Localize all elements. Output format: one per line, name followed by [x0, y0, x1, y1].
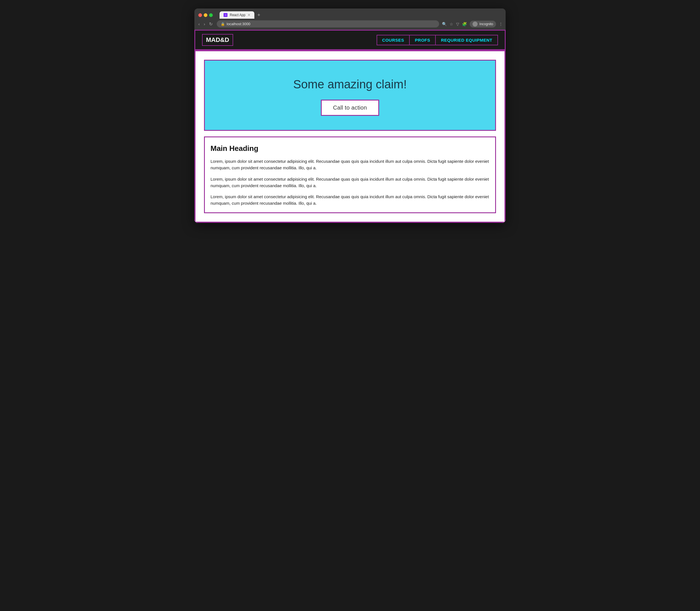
tab-close-button[interactable]: ✕ [247, 13, 250, 17]
main-heading: Main Heading [211, 144, 489, 153]
new-tab-button[interactable]: + [256, 12, 262, 18]
browser-actions: 🔍 ☆ ▽ 🧩 Incognito ⋮ [442, 21, 503, 28]
browser-controls: ⚛ React App ✕ + [198, 11, 502, 19]
active-tab[interactable]: ⚛ React App ✕ [219, 11, 254, 19]
incognito-avatar [472, 21, 477, 27]
nav-links: COURSES PROFS REQURIED EQUIPMENT [377, 35, 498, 45]
lock-icon: 🔒 [221, 22, 225, 26]
nav-equipment[interactable]: REQURIED EQUIPMENT [436, 35, 498, 45]
maximize-dot[interactable] [209, 13, 213, 17]
forward-button[interactable]: › [202, 21, 206, 27]
navbar: MAD&D COURSES PROFS REQURIED EQUIPMENT [194, 30, 506, 50]
nav-profs[interactable]: PROFS [410, 35, 436, 45]
tab-title: React App [230, 13, 245, 17]
cta-button[interactable]: Call to action [321, 100, 379, 116]
back-button[interactable]: ‹ [197, 21, 201, 27]
cast-icon[interactable]: ▽ [456, 22, 459, 26]
address-bar-row: ‹ › ↻ 🔒 localhost:3000 🔍 ☆ ▽ 🧩 Incognito… [194, 19, 506, 30]
brand-logo: MAD&D [202, 34, 233, 46]
browser-titlebar: ⚛ React App ✕ + [194, 9, 506, 19]
bookmark-icon[interactable]: ☆ [450, 22, 453, 26]
browser-window: ⚛ React App ✕ + ‹ › ↻ 🔒 localhost:3000 🔍… [194, 9, 506, 223]
extensions-icon[interactable]: 🧩 [462, 22, 467, 26]
hero-title: Some amazing claim! [293, 78, 407, 91]
minimize-dot[interactable] [204, 13, 208, 17]
paragraph-2: Lorem, ipsum dolor sit amet consectetur … [211, 176, 489, 189]
menu-icon[interactable]: ⋮ [499, 22, 503, 26]
close-dot[interactable] [198, 13, 202, 17]
paragraph-1: Lorem, ipsum dolor sit amet consectetur … [211, 158, 489, 171]
address-field[interactable]: 🔒 localhost:3000 [217, 20, 439, 28]
website-content: MAD&D COURSES PROFS REQURIED EQUIPMENT S… [194, 30, 506, 223]
traffic-lights [198, 13, 213, 17]
nav-courses[interactable]: COURSES [377, 35, 410, 45]
search-icon[interactable]: 🔍 [442, 22, 447, 26]
page-body: Some amazing claim! Call to action Main … [194, 50, 506, 223]
paragraph-3: Lorem, ipsum dolor sit amet consectetur … [211, 193, 489, 207]
nav-buttons: ‹ › ↻ [197, 21, 214, 27]
hero-section: Some amazing claim! Call to action [204, 60, 496, 131]
tab-favicon: ⚛ [224, 13, 228, 17]
incognito-label: Incognito [479, 22, 493, 26]
url-text: localhost:3000 [227, 22, 250, 26]
tab-bar: ⚛ React App ✕ + [219, 11, 262, 19]
incognito-badge[interactable]: Incognito [470, 21, 496, 28]
reload-button[interactable]: ↻ [208, 21, 214, 27]
content-section: Main Heading Lorem, ipsum dolor sit amet… [204, 136, 496, 213]
